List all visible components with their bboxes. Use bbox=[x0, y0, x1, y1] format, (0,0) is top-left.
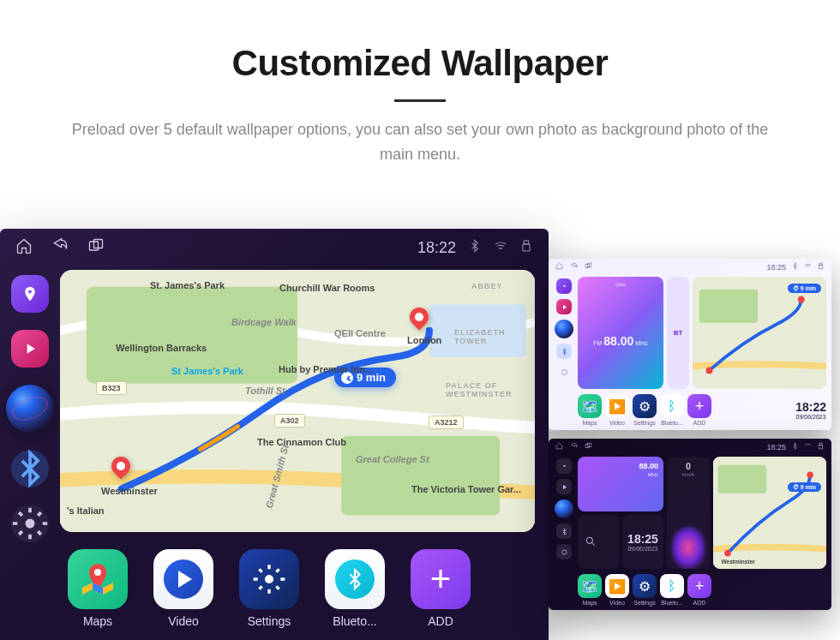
map-label-qeii: QEII Centre bbox=[334, 328, 386, 338]
map-widget[interactable]: 9 min London St. James's Park Westminste… bbox=[60, 270, 535, 532]
svg-point-28 bbox=[586, 538, 592, 544]
dock-add[interactable]: +ADD bbox=[687, 394, 711, 426]
sidebar-settings[interactable] bbox=[556, 544, 572, 559]
fm-radio-widget[interactable]: ((●)) FM 88.00 MHz bbox=[578, 277, 663, 389]
bluetooth-status-icon bbox=[468, 239, 482, 257]
map-label-wellington: Wellington Barracks bbox=[116, 343, 207, 353]
dock-maps-label: Maps bbox=[83, 614, 112, 628]
svg-point-26 bbox=[563, 464, 565, 466]
sidebar-settings[interactable] bbox=[11, 505, 49, 542]
sidebar-bluetooth[interactable] bbox=[556, 344, 572, 359]
dock-bluetooth-label: Blueto... bbox=[333, 614, 376, 628]
sidebar-assistant[interactable] bbox=[555, 320, 573, 338]
nav-widget[interactable]: Westminster ⏱ 9 min bbox=[713, 457, 826, 569]
status-bar-sm-b: 18:25 bbox=[549, 439, 831, 455]
svg-rect-8 bbox=[341, 436, 500, 515]
clock-widget[interactable]: 18:2509/06/2023 bbox=[622, 515, 663, 570]
bt-widget[interactable]: BT bbox=[667, 277, 689, 389]
dock-video-label: Video bbox=[168, 614, 199, 628]
dock-maps[interactable]: Maps bbox=[62, 549, 134, 628]
add-icon: + bbox=[411, 549, 471, 609]
sidebar-assistant[interactable] bbox=[6, 385, 54, 433]
svg-rect-3 bbox=[523, 244, 530, 251]
wifi-status-icon bbox=[804, 442, 812, 452]
search-widget[interactable] bbox=[578, 515, 619, 570]
dock-maps[interactable]: 🗺️Maps bbox=[578, 394, 602, 426]
svg-text:Westminster: Westminster bbox=[721, 559, 755, 565]
recent-apps-icon[interactable] bbox=[87, 237, 105, 258]
dock-add[interactable]: +ADD bbox=[687, 574, 711, 606]
settings-icon bbox=[239, 549, 299, 609]
nav-widget[interactable]: ⏱ 9 min bbox=[693, 277, 826, 389]
dock-video[interactable]: Video bbox=[147, 549, 219, 628]
map-label-westminster: Westminster bbox=[101, 486, 158, 496]
dock-maps[interactable]: 🗺️Maps bbox=[578, 574, 602, 606]
map-label-eliz: ELIZABETH TOWER bbox=[454, 328, 535, 345]
svg-rect-14 bbox=[819, 263, 822, 265]
dock-settings-label: Settings bbox=[248, 614, 291, 628]
svg-point-16 bbox=[563, 284, 565, 286]
fm-radio-widget[interactable]: 88.00MHz bbox=[578, 457, 663, 511]
sidebar-location[interactable] bbox=[556, 278, 572, 294]
svg-point-11 bbox=[265, 575, 273, 583]
settings-icon: ⚙ bbox=[633, 574, 657, 598]
dock-video[interactable]: ▶️Video bbox=[605, 394, 629, 426]
home-icon[interactable] bbox=[555, 262, 563, 272]
back-icon[interactable] bbox=[51, 237, 69, 258]
speed-widget[interactable]: 0 Km/h bbox=[667, 457, 710, 569]
svg-point-27 bbox=[561, 549, 566, 553]
bluetooth-icon: ᛒ bbox=[660, 394, 684, 418]
back-icon[interactable] bbox=[570, 442, 578, 452]
dock-add[interactable]: +ADD bbox=[405, 549, 477, 628]
sidebar-media[interactable] bbox=[556, 479, 572, 494]
dock-bluetooth[interactable]: Blueto... bbox=[319, 549, 391, 628]
sidebar-settings[interactable] bbox=[556, 364, 572, 380]
dock-settings[interactable]: ⚙Settings bbox=[633, 394, 657, 426]
map-label-palace: PALACE OF WESTMINSTER bbox=[446, 381, 535, 398]
home-icon[interactable] bbox=[555, 442, 563, 452]
back-icon[interactable] bbox=[570, 262, 578, 272]
maps-icon: 🗺️ bbox=[578, 394, 602, 418]
map-label-stjames2: St James's Park bbox=[171, 366, 243, 376]
recent-apps-icon[interactable] bbox=[585, 442, 592, 452]
device-preview-dark: 18:25 88.00MHz 18:2509/06/2023 bbox=[549, 439, 831, 610]
svg-point-20 bbox=[706, 367, 713, 374]
map-label-abbey: ABBEY bbox=[471, 282, 503, 290]
dock-settings[interactable]: ⚙Settings bbox=[633, 574, 657, 606]
map-label-stjames: St. James's Park bbox=[150, 280, 225, 290]
dock-bluetooth[interactable]: ᛒBlueto... bbox=[660, 394, 684, 426]
page-title: Customized Wallpaper bbox=[17, 43, 823, 84]
svg-rect-19 bbox=[699, 290, 758, 323]
status-bar: 18:22 bbox=[0, 229, 549, 266]
add-icon: + bbox=[687, 574, 711, 598]
sidebar-bluetooth[interactable] bbox=[11, 450, 49, 487]
clock-widget: 18:2209/06/2023 bbox=[795, 400, 826, 420]
video-icon: ▶️ bbox=[605, 574, 629, 598]
map-label-gcs: Great College St bbox=[356, 454, 429, 464]
maps-icon: 🗺️ bbox=[578, 574, 602, 598]
dock-bluetooth[interactable]: ᛒBlueto... bbox=[660, 574, 684, 606]
sidebar-media[interactable] bbox=[11, 330, 49, 368]
dock-add-label: ADD bbox=[428, 614, 453, 628]
sidebar-location[interactable] bbox=[11, 275, 49, 313]
dock-video[interactable]: ▶️Video bbox=[605, 574, 629, 606]
app-dock-sm-a: 🗺️Maps ▶️Video ⚙Settings ᛒBlueto... +ADD… bbox=[578, 392, 826, 428]
video-icon bbox=[153, 549, 213, 609]
map-label-birdcage: Birdcage Walk bbox=[231, 317, 297, 327]
sidebar-media[interactable] bbox=[556, 299, 572, 314]
sidebar-bluetooth[interactable] bbox=[556, 523, 572, 539]
add-icon: + bbox=[687, 394, 711, 418]
dock-settings[interactable]: Settings bbox=[233, 549, 305, 628]
device-preview-light: 18:25 ((●)) FM 88.00 MHz bbox=[549, 259, 831, 430]
sidebar-assistant[interactable] bbox=[555, 499, 573, 518]
recent-apps-icon[interactable] bbox=[585, 262, 592, 272]
page-subtitle: Preload over 5 default wallpaper options… bbox=[69, 117, 771, 167]
map-label-churchill: Churchill War Rooms bbox=[279, 283, 375, 293]
sidebar bbox=[0, 266, 60, 640]
usb-status-icon bbox=[519, 239, 533, 257]
nav-eta: ⏱ 9 min bbox=[788, 482, 821, 492]
sidebar-location[interactable] bbox=[556, 458, 572, 474]
home-icon[interactable] bbox=[15, 237, 33, 258]
device-main-preview: 18:22 bbox=[0, 229, 549, 640]
svg-point-32 bbox=[807, 471, 813, 478]
